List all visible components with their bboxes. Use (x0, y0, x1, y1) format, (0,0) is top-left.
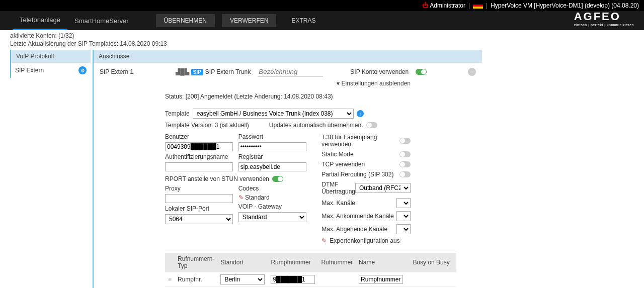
auto-update-toggle[interactable] (366, 122, 377, 128)
max-ch-label: Max. Kanäle (321, 200, 355, 207)
trunk-icon: ▟█▙ (176, 68, 189, 75)
tab-smarthome[interactable]: SmartHomeServer (67, 12, 136, 30)
use-account-label: SIP Konto verwenden (350, 68, 409, 75)
connection-status: Status: [200] Angemeldet (Letzte Änderun… (165, 91, 411, 107)
voip-gw-select[interactable]: Standard (238, 212, 306, 222)
sip-badge-icon: SIP (191, 69, 203, 75)
status-lines: aktivierte Konten: (1/32) Letzte Aktuali… (0, 30, 644, 48)
t38-label: T.38 für Faxempfang verwenden (321, 134, 392, 148)
template-update: Letzte Aktualisierung der SIP Templates:… (10, 40, 644, 48)
expert-label[interactable]: Expertenkonfiguration aus (330, 237, 399, 244)
remove-icon[interactable]: − (468, 68, 476, 76)
pencil-icon[interactable]: ✎ (321, 237, 327, 244)
tcp-label: TCP verwenden (321, 161, 365, 168)
col-loc: Standort (217, 253, 268, 272)
separator: | (486, 2, 488, 9)
separator: | (468, 2, 470, 9)
voip-gw-label: VOIP - Gateway (238, 202, 307, 211)
tab-telefonanlage[interactable]: Telefonanlage (13, 11, 67, 30)
rport-label: RPORT anstelle von STUN verwenden (165, 175, 269, 182)
user-label: Benutzer (165, 132, 233, 141)
numbers-table: Rufnummern-Typ Standort Rumpfnummer Rufn… (165, 253, 456, 288)
password-label: Passwort (238, 132, 307, 141)
template-label: Template (165, 110, 190, 117)
authname-label: Authentifizierungsname (165, 152, 233, 161)
registrar-input[interactable] (238, 162, 306, 171)
rumpf-input[interactable] (271, 275, 315, 284)
topbar: ⏻ Administrator | | HyperVoice VM [Hyper… (0, 0, 644, 11)
power-icon: ⏻ (422, 2, 428, 9)
logo-text: AGFEO (574, 10, 634, 23)
max-in-label: Max. Ankommende Kanäle (321, 213, 393, 220)
active-accounts: aktivierte Konten: (1/32) (10, 32, 644, 40)
user-input[interactable] (165, 142, 233, 151)
user-label[interactable]: Administrator (430, 2, 465, 9)
codecs-label: Codecs (238, 184, 307, 193)
connection-title: SIP Extern 1 (100, 68, 133, 75)
col-name: Name (356, 253, 406, 272)
apply-button[interactable]: ÜBERNEHMEN (156, 14, 215, 27)
col-ruf: Rufnummer (318, 253, 356, 272)
navbar: Telefonanlage SmartHomeServer ÜBERNEHMEN… (0, 11, 644, 30)
col-type: Rufnummern-Typ (175, 253, 217, 272)
pencil-icon[interactable]: ✎ (238, 194, 244, 201)
location-select[interactable]: Berlin (220, 274, 265, 284)
codecs-value[interactable]: Standard (245, 194, 270, 201)
info-icon[interactable]: i (357, 110, 364, 117)
dtmf-select[interactable]: Outband (RFC2833) (355, 183, 411, 193)
authname-input[interactable] (165, 162, 233, 171)
col-rumpf: Rumpfnummer (268, 253, 318, 272)
drag-icon[interactable]: ≡ (168, 276, 172, 283)
static-toggle[interactable] (399, 151, 411, 157)
voip-panel-header: VoIP Protokoll (10, 50, 91, 63)
proxy-input[interactable] (165, 194, 233, 203)
extras-link[interactable]: EXTRAS (283, 14, 324, 27)
name-input[interactable] (359, 275, 403, 284)
tcp-toggle[interactable] (399, 161, 411, 167)
max-out-select[interactable]: - (396, 224, 411, 234)
sidebar-item-sip-extern[interactable]: SIP Extern ⚙ (10, 63, 91, 78)
logo: AGFEO einfach | perfekt | kommunizieren (574, 10, 634, 27)
hide-settings-link[interactable]: ▾ Einstellungen ausblenden (165, 77, 411, 91)
max-out-label: Max. Abgehende Kanäle (321, 226, 387, 233)
auto-update-label: Updates automatisch übernehmen. (269, 122, 363, 129)
col-busy: Busy on Busy (406, 253, 456, 272)
rport-toggle[interactable] (272, 176, 283, 182)
discard-button[interactable]: VERWERFEN (222, 14, 276, 27)
template-select[interactable]: easybell GmbH / Business Voice Trunk (In… (193, 109, 354, 119)
template-version: Template Version: 3 (ist aktuell) (165, 122, 249, 129)
sidebar-item-label: SIP Extern (15, 67, 44, 74)
partial-label: Partial Rerouting (SIP 302) (321, 171, 393, 178)
max-in-select[interactable]: - (396, 211, 411, 221)
trunk-label: SIP Extern Trunk (205, 68, 251, 75)
connections-panel-header: Anschlüsse (93, 50, 482, 63)
local-port-label: Lokaler SIP-Port (165, 204, 233, 213)
static-label: Static Mode (321, 151, 353, 158)
logo-tagline: einfach | perfekt | kommunizieren (574, 23, 634, 27)
gear-icon[interactable]: ⚙ (78, 66, 87, 74)
flag-de-icon[interactable] (473, 3, 483, 9)
table-row: ≡ Rumpfnr. Berlin (165, 272, 456, 287)
system-label: HyperVoice VM [HyperVoice-DM1] (develop)… (491, 2, 639, 9)
chevron-down-icon: ▾ (337, 80, 340, 87)
proxy-label: Proxy (165, 184, 233, 193)
cell-type: Rumpfnr. (175, 272, 217, 287)
hide-settings-label: Einstellungen ausblenden (342, 80, 411, 87)
registrar-label: Registrar (238, 152, 307, 161)
description-input[interactable] (258, 67, 323, 77)
password-input[interactable] (238, 142, 306, 151)
dtmf-label: DTMF Übertragung (321, 181, 355, 195)
use-account-toggle[interactable] (416, 69, 427, 75)
partial-toggle[interactable] (399, 171, 411, 177)
max-ch-select[interactable]: - (396, 198, 411, 208)
local-port-select[interactable]: 5064 (165, 214, 233, 224)
cell-ruf (318, 272, 356, 287)
t38-toggle[interactable] (399, 138, 411, 144)
